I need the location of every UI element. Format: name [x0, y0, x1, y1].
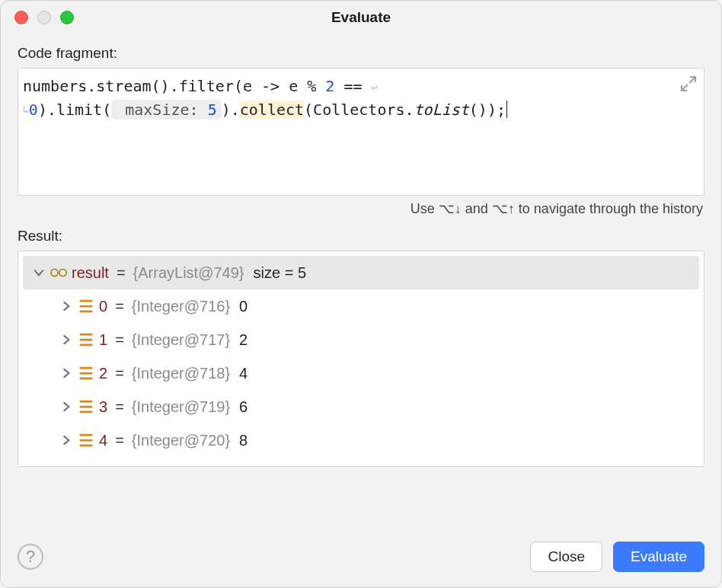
tree-item-row[interactable]: 4 = {Integer@720} 8: [23, 423, 699, 457]
chevron-right-icon: [59, 400, 73, 414]
size-text: size = 5: [254, 264, 306, 282]
array-element-icon: [78, 365, 94, 382]
code-fragment-label: Code fragment:: [18, 45, 704, 62]
evaluate-dialog: Evaluate Code fragment: numbers.stream()…: [0, 0, 722, 588]
element-value: 0: [239, 298, 248, 315]
equals-sign: =: [117, 264, 126, 282]
equals-sign: =: [115, 398, 124, 416]
equals-sign: =: [115, 432, 124, 449]
array-element-icon: [78, 398, 94, 415]
tree-item-row[interactable]: 2 = {Integer@718} 4: [23, 356, 699, 390]
element-value: 6: [239, 398, 248, 416]
help-button[interactable]: ?: [18, 544, 43, 570]
dialog-content: Code fragment: numbers.stream().filter(e…: [1, 34, 721, 528]
code-fragment-input[interactable]: numbers.stream().filter(e -> e % 2 == ↵ …: [18, 68, 704, 196]
code-number: 2: [325, 77, 334, 95]
tree-item-row[interactable]: 3 = {Integer@719} 6: [23, 390, 699, 423]
minimize-window-button[interactable]: [37, 11, 51, 24]
code-text: ());: [469, 101, 506, 119]
chevron-right-icon: [59, 433, 73, 447]
code-text: numbers.stream().filter(e -> e %: [23, 77, 325, 95]
element-value: 8: [239, 432, 248, 449]
object-reference: {Integer@720}: [132, 432, 230, 449]
element-index: 4: [99, 432, 107, 449]
chevron-right-icon: [59, 333, 73, 347]
tree-item-row[interactable]: 0 = {Integer@716} 0: [23, 289, 699, 323]
chevron-down-icon: [32, 266, 46, 280]
svg-point-1: [59, 269, 66, 276]
watch-glasses-icon: [50, 264, 67, 281]
soft-wrap-continuation-icon: ↳: [23, 104, 29, 116]
code-number: 0: [29, 101, 38, 119]
tree-item-row[interactable]: 1 = {Integer@717} 2: [23, 323, 699, 356]
dialog-title: Evaluate: [1, 9, 721, 26]
code-static-call: toList: [414, 101, 469, 119]
code-text: (Collectors.: [304, 101, 414, 119]
equals-sign: =: [115, 331, 124, 349]
window-controls: [1, 11, 74, 24]
object-reference: {Integer@716}: [132, 298, 230, 315]
parameter-hint: maxSize: 5: [111, 100, 221, 120]
code-highlight: collect: [240, 101, 304, 119]
titlebar: Evaluate: [1, 1, 721, 34]
object-reference: {Integer@717}: [132, 331, 230, 349]
expand-editor-icon[interactable]: [679, 75, 698, 93]
result-label: Result:: [18, 228, 704, 244]
close-button[interactable]: Close: [530, 542, 602, 572]
element-index: 2: [99, 365, 107, 382]
text-cursor: [506, 101, 508, 118]
result-tree[interactable]: result = {ArrayList@749} size = 5 0 = {I…: [18, 251, 704, 467]
object-reference: {Integer@719}: [132, 398, 230, 416]
code-text: ).: [222, 101, 240, 119]
code-text: ).limit(: [38, 101, 111, 119]
close-window-button[interactable]: [14, 11, 28, 24]
soft-wrap-icon: ↵: [372, 81, 378, 92]
array-element-icon: [78, 331, 94, 348]
history-hint: Use ⌥↓ and ⌥↑ to navigate through the hi…: [18, 196, 704, 228]
chevron-right-icon: [59, 366, 73, 380]
element-value: 2: [239, 331, 248, 349]
array-element-icon: [78, 432, 94, 449]
evaluate-button[interactable]: Evaluate: [613, 542, 704, 572]
svg-point-0: [51, 269, 58, 276]
equals-sign: =: [115, 298, 124, 315]
array-element-icon: [78, 298, 94, 315]
object-reference: {ArrayList@749}: [133, 264, 244, 282]
equals-sign: =: [115, 365, 124, 382]
element-index: 0: [99, 298, 107, 315]
element-index: 1: [99, 331, 107, 349]
tree-root-row[interactable]: result = {ArrayList@749} size = 5: [23, 256, 699, 289]
object-reference: {Integer@718}: [132, 365, 230, 382]
element-value: 4: [239, 365, 248, 382]
element-index: 3: [99, 398, 107, 416]
zoom-window-button[interactable]: [60, 11, 74, 24]
code-text: ==: [334, 77, 371, 95]
dialog-footer: ? Close Evaluate: [1, 528, 721, 587]
variable-name: result: [72, 264, 109, 282]
chevron-right-icon: [59, 299, 73, 313]
